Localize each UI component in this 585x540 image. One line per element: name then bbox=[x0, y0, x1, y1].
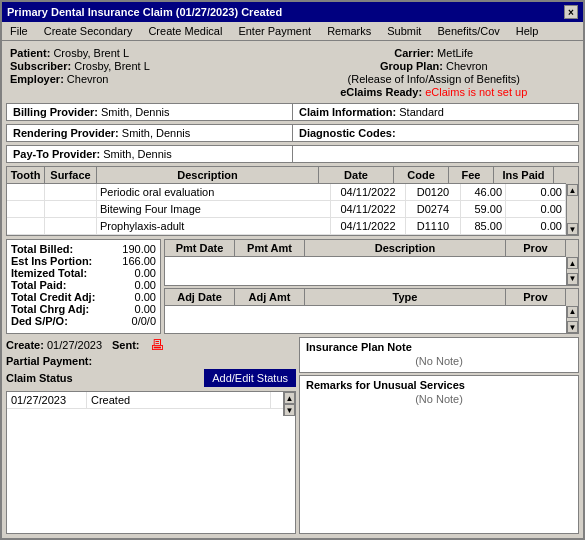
td-date-1: 04/11/2022 bbox=[331, 201, 406, 217]
payto-section: Pay-To Provider: Smith, Dennis bbox=[6, 145, 579, 163]
td-date-0: 04/11/2022 bbox=[331, 184, 406, 200]
create-date-row: Create: 01/27/2023 Sent: 🖶 bbox=[6, 337, 296, 353]
payments-table: Pmt Date Pmt Amt Description Prov ▲ ▼ bbox=[164, 239, 579, 286]
diagnostic-codes-cell: Diagnostic Codes: bbox=[293, 125, 578, 141]
total-credit-row: Total Credit Adj: 0.00 bbox=[11, 291, 156, 303]
td-tooth-1 bbox=[7, 201, 45, 217]
sent-icon: 🖶 bbox=[150, 337, 164, 353]
insurance-plan-note-title: Insurance Plan Note bbox=[306, 341, 572, 353]
col-tooth: Tooth bbox=[7, 167, 45, 183]
status-scrollbar[interactable]: ▲ ▼ bbox=[283, 392, 295, 416]
itemized-row: Itemized Total: 0.00 bbox=[11, 267, 156, 279]
status-date: 01/27/2023 bbox=[7, 392, 87, 408]
carrier-row: Carrier: MetLife bbox=[293, 47, 576, 59]
eclaims-row: eClaims Ready: eClaims is not set up bbox=[293, 86, 576, 98]
adj-scroll-down[interactable]: ▼ bbox=[567, 321, 578, 333]
status-scroll-up[interactable]: ▲ bbox=[284, 392, 295, 404]
pmt-scroll-up[interactable]: ▲ bbox=[567, 257, 578, 269]
billing-claim-section: Billing Provider: Smith, Dennis Claim In… bbox=[6, 103, 579, 121]
td-ins-0: 0.00 bbox=[506, 184, 566, 200]
adj-col-date: Adj Date bbox=[165, 289, 235, 305]
claim-info-cell: Claim Information: Standard bbox=[293, 104, 578, 120]
menu-remarks[interactable]: Remarks bbox=[323, 24, 375, 38]
td-code-1: D0274 bbox=[406, 201, 461, 217]
td-date-2: 04/11/2022 bbox=[331, 218, 406, 234]
adj-col-prov: Prov bbox=[506, 289, 566, 305]
td-desc-1: Bitewing Four Image bbox=[97, 201, 331, 217]
adj-header: Adj Date Adj Amt Type Prov bbox=[165, 289, 566, 306]
td-desc-2: Prophylaxis-adult bbox=[97, 218, 331, 234]
pmt-scrollbar[interactable]: ▲ ▼ bbox=[566, 257, 578, 285]
insurance-plan-note-section: Insurance Plan Note (No Note) bbox=[299, 337, 579, 373]
pmt-col-prov: Prov bbox=[506, 240, 566, 256]
adj-scrollbar[interactable]: ▲ ▼ bbox=[566, 306, 578, 334]
table-scrollbar[interactable]: ▲ ▼ bbox=[566, 184, 578, 235]
rendering-diagnostic-section: Rendering Provider: Smith, Dennis Diagno… bbox=[6, 124, 579, 142]
pmt-col-amt: Pmt Amt bbox=[235, 240, 305, 256]
procedure-table: Tooth Surface Description Date Code Fee … bbox=[6, 166, 579, 236]
td-surface-1 bbox=[45, 201, 97, 217]
status-table-content: 01/27/2023 Created bbox=[7, 392, 283, 416]
td-code-2: D1110 bbox=[406, 218, 461, 234]
table-scroll-top bbox=[566, 167, 578, 184]
pmt-col-desc: Description bbox=[305, 240, 506, 256]
table-body: Periodic oral evaluation 04/11/2022 D012… bbox=[7, 184, 566, 235]
table-row: Prophylaxis-adult 04/11/2022 D1110 85.00… bbox=[7, 218, 566, 235]
col-date: Date bbox=[319, 167, 394, 183]
payments-adj-panel: Pmt Date Pmt Amt Description Prov ▲ ▼ bbox=[164, 239, 579, 334]
total-billed-row: Total Billed: 190.00 bbox=[11, 243, 156, 255]
add-edit-status-button[interactable]: Add/Edit Status bbox=[204, 369, 296, 387]
pmt-scroll-down[interactable]: ▼ bbox=[567, 273, 578, 285]
scroll-up-btn[interactable]: ▲ bbox=[567, 184, 578, 196]
menu-help[interactable]: Help bbox=[512, 24, 543, 38]
td-code-0: D0120 bbox=[406, 184, 461, 200]
status-value: Created bbox=[87, 392, 271, 408]
claim-status-table: 01/27/2023 Created ▲ ▼ bbox=[6, 391, 296, 534]
status-scroll-down[interactable]: ▼ bbox=[284, 404, 295, 416]
status-table-inner: 01/27/2023 Created ▲ ▼ bbox=[7, 392, 295, 416]
table-header-row: Tooth Surface Description Date Code Fee … bbox=[7, 167, 578, 184]
remarks-title: Remarks for Unusual Services bbox=[306, 379, 572, 391]
subscriber-row: Subscriber: Crosby, Brent L bbox=[10, 60, 293, 72]
insurance-plan-note-content: (No Note) bbox=[306, 353, 572, 369]
middle-section: Total Billed: 190.00 Est Ins Portion: 16… bbox=[6, 239, 579, 334]
patient-info-section: Patient: Crosby, Brent L Subscriber: Cro… bbox=[6, 45, 579, 100]
title-bar: Primary Dental Insurance Claim (01/27/20… bbox=[2, 2, 583, 22]
table-row: Bitewing Four Image 04/11/2022 D0274 59.… bbox=[7, 201, 566, 218]
bottom-left-panel: Create: 01/27/2023 Sent: 🖶 Partial Payme… bbox=[6, 337, 296, 534]
scroll-track bbox=[567, 196, 578, 223]
adj-col-amt: Adj Amt bbox=[235, 289, 305, 305]
sent-label: Sent: bbox=[112, 339, 140, 351]
remarks-content: (No Note) bbox=[306, 391, 572, 407]
total-paid-row: Total Paid: 0.00 bbox=[11, 279, 156, 291]
menu-enter-payment[interactable]: Enter Payment bbox=[234, 24, 315, 38]
menu-benefits-cov[interactable]: Benefits/Cov bbox=[433, 24, 503, 38]
menu-create-secondary[interactable]: Create Secondary bbox=[40, 24, 137, 38]
payments-header: Pmt Date Pmt Amt Description Prov bbox=[165, 240, 566, 257]
partial-payment-row: Partial Payment: bbox=[6, 355, 296, 367]
td-ins-1: 0.00 bbox=[506, 201, 566, 217]
pmt-col-date: Pmt Date bbox=[165, 240, 235, 256]
group-plan-row: Group Plan: Chevron bbox=[293, 60, 576, 72]
payments-table-inner: Pmt Date Pmt Amt Description Prov bbox=[165, 240, 578, 257]
td-fee-1: 59.00 bbox=[461, 201, 506, 217]
td-fee-2: 85.00 bbox=[461, 218, 506, 234]
claim-status-header-row: Claim Status Add/Edit Status bbox=[6, 369, 296, 387]
close-button[interactable]: × bbox=[564, 5, 578, 19]
menu-create-medical[interactable]: Create Medical bbox=[144, 24, 226, 38]
window-title: Primary Dental Insurance Claim (01/27/20… bbox=[7, 6, 282, 18]
claim-status-label: Claim Status bbox=[6, 372, 73, 384]
table-row: Periodic oral evaluation 04/11/2022 D012… bbox=[7, 184, 566, 201]
adj-col-type: Type bbox=[305, 289, 506, 305]
menu-submit[interactable]: Submit bbox=[383, 24, 425, 38]
table-body-container: Periodic oral evaluation 04/11/2022 D012… bbox=[7, 184, 578, 235]
patient-info-left: Patient: Crosby, Brent L Subscriber: Cro… bbox=[10, 47, 293, 98]
adj-body: ▲ ▼ bbox=[165, 306, 578, 334]
payto-provider-cell: Pay-To Provider: Smith, Dennis bbox=[7, 146, 293, 162]
adj-scroll-up[interactable]: ▲ bbox=[567, 306, 578, 318]
menu-file[interactable]: File bbox=[6, 24, 32, 38]
scroll-down-btn[interactable]: ▼ bbox=[567, 223, 578, 235]
adjustments-table: Adj Date Adj Amt Type Prov ▲ ▼ bbox=[164, 288, 579, 335]
status-row: 01/27/2023 Created bbox=[7, 392, 283, 409]
rendering-provider-cell: Rendering Provider: Smith, Dennis bbox=[7, 125, 293, 141]
